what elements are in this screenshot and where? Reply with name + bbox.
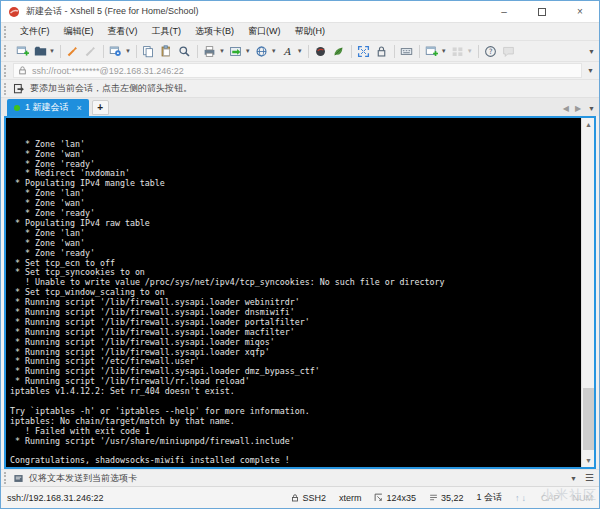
encoding-dropdown-icon[interactable]: ▼ bbox=[271, 48, 277, 54]
connect-icon[interactable] bbox=[65, 44, 81, 59]
address-dropdown-icon[interactable]: ▼ bbox=[582, 67, 599, 74]
status-terminal-type[interactable]: xterm bbox=[339, 493, 362, 503]
sendbar-grip[interactable] bbox=[4, 472, 8, 484]
terminal-screen[interactable]: * Zone 'lan' * Zone 'wan' * Zone 'ready'… bbox=[6, 118, 581, 467]
window-title: 新建会话 - Xshell 5 (Free for Home/School) bbox=[26, 5, 199, 18]
menu-bar: 文件(F) 编辑(E) 查看(V) 工具(T) 选项卡(B) 窗口(W) 帮助(… bbox=[1, 22, 599, 40]
paste-icon[interactable] bbox=[159, 44, 175, 59]
file-transfer-icon[interactable] bbox=[228, 44, 244, 59]
close-button[interactable]: × bbox=[561, 1, 599, 22]
terminal-line: * Zone 'lan' bbox=[10, 229, 581, 239]
terminal-line: * Populating IPv4 mangle table bbox=[10, 179, 581, 189]
cursor-position-label: 35,22 bbox=[441, 493, 464, 503]
hintbar-grip[interactable] bbox=[4, 83, 8, 95]
xshell-logo-icon bbox=[8, 6, 20, 18]
scroll-up-icon[interactable]: ▲ bbox=[582, 118, 595, 131]
menu-view[interactable]: 查看(V) bbox=[101, 25, 145, 38]
feedback-icon bbox=[501, 44, 517, 59]
tab-list-dropdown-icon[interactable]: ▼ bbox=[588, 105, 595, 112]
size-label: 124x35 bbox=[386, 493, 416, 503]
xshell-window: 新建会话 - Xshell 5 (Free for Home/School) –… bbox=[0, 0, 600, 509]
print-dropdown-icon[interactable]: ▼ bbox=[219, 48, 225, 54]
terminal-line: * Populating IPv4 raw table bbox=[10, 219, 581, 229]
lock-screen-icon[interactable] bbox=[374, 44, 390, 59]
tab-scroll-right-icon[interactable]: ▶ bbox=[575, 104, 581, 113]
address-bar: ssh://root:********@192.168.31.246:22 ▼ bbox=[1, 61, 599, 79]
terminal-line: * Zone 'wan' bbox=[10, 199, 581, 209]
menubar-grip[interactable] bbox=[4, 26, 8, 38]
font-icon[interactable]: A bbox=[280, 44, 296, 59]
scroll-down-icon[interactable]: ▼ bbox=[582, 454, 595, 467]
quick-send-bar: 仅将文本发送到当前选项卡 ▼ ☰ bbox=[1, 469, 599, 486]
copy-icon[interactable] bbox=[141, 44, 157, 59]
session-properties-dropdown-icon[interactable]: ▼ bbox=[125, 48, 131, 54]
print-icon[interactable] bbox=[202, 44, 218, 59]
status-size: 124x35 bbox=[374, 493, 416, 503]
status-cursor-position: 35,22 bbox=[429, 493, 464, 503]
encoding-icon[interactable] bbox=[254, 44, 270, 59]
svg-text:?: ? bbox=[489, 47, 493, 56]
address-url: ssh://root:********@192.168.31.246:22 bbox=[32, 66, 184, 76]
open-session-dropdown-icon[interactable]: ▼ bbox=[49, 48, 55, 54]
minimize-button[interactable]: – bbox=[485, 1, 523, 22]
new-session-icon[interactable] bbox=[14, 44, 30, 59]
status-bar: ssh://192.168.31.246:22 SSH2 xterm 124x3… bbox=[1, 486, 599, 508]
new-tab-button[interactable]: + bbox=[92, 100, 109, 115]
tile-layout-dropdown-icon: ▼ bbox=[467, 48, 473, 54]
terminal-panel: * Zone 'lan' * Zone 'wan' * Zone 'ready'… bbox=[4, 116, 596, 469]
addressbar-grip[interactable] bbox=[4, 65, 8, 77]
toolbar-separator bbox=[60, 45, 61, 58]
add-session-arrow-icon bbox=[13, 83, 25, 95]
file-transfer-dropdown-icon[interactable]: ▼ bbox=[245, 48, 251, 54]
tile-layout-icon bbox=[450, 44, 466, 59]
open-session-icon[interactable] bbox=[32, 44, 48, 59]
toolbar-separator bbox=[197, 45, 198, 58]
virtual-keyboard-icon[interactable] bbox=[399, 44, 415, 59]
terminal-line: * Zone 'lan' bbox=[10, 189, 581, 199]
sendbar-controls: ▼ ☰ bbox=[570, 474, 594, 482]
maximize-button[interactable] bbox=[523, 1, 561, 22]
size-icon bbox=[374, 493, 383, 502]
menu-window[interactable]: 窗口(W) bbox=[241, 25, 288, 38]
session-up-down-icons[interactable]: ↑↓ bbox=[515, 493, 528, 503]
status-right-cluster: SSH2 xterm 124x35 35,22 1 会话 ↑↓ CAP NUM bbox=[291, 491, 593, 504]
window-controls: – × bbox=[485, 1, 599, 22]
num-lock-indicator: NUM bbox=[573, 493, 594, 503]
scrollbar-thumb[interactable] bbox=[583, 388, 594, 449]
session-tab[interactable]: 1 新建会话 × bbox=[7, 99, 89, 116]
protocol-lock-icon bbox=[291, 493, 299, 503]
menu-tools[interactable]: 工具(T) bbox=[145, 25, 189, 38]
toolbar-overflow-icon[interactable]: ▼ bbox=[588, 48, 595, 55]
tab-scroll-left-icon[interactable]: ◀ bbox=[563, 104, 569, 113]
toolbar-grip[interactable] bbox=[4, 45, 8, 57]
tab-bar: 1 新建会话 × + ◀ ▶ ▼ bbox=[1, 97, 599, 116]
menu-tab[interactable]: 选项卡(B) bbox=[188, 25, 241, 38]
terminal-scrollbar[interactable]: ▲ ▼ bbox=[581, 118, 594, 467]
status-protocol: SSH2 bbox=[291, 493, 326, 503]
menu-help[interactable]: 帮助(H) bbox=[288, 25, 333, 38]
help-icon[interactable]: ? bbox=[483, 44, 499, 59]
new-window-icon[interactable] bbox=[424, 44, 440, 59]
session-properties-icon[interactable] bbox=[108, 44, 124, 59]
send-mode-dropdown-icon[interactable]: ▼ bbox=[570, 475, 577, 482]
toolbar: ▼ ▼ ▼ ▼ ▼ A ▼ ▼ ▼ ? ▼ bbox=[1, 40, 599, 61]
menu-edit[interactable]: 编辑(E) bbox=[57, 25, 101, 38]
find-icon[interactable] bbox=[177, 44, 193, 59]
compose-ball-icon[interactable] bbox=[313, 44, 329, 59]
status-session-count[interactable]: 1 会话 bbox=[476, 491, 502, 504]
new-window-dropdown-icon[interactable]: ▼ bbox=[441, 48, 447, 54]
terminal-line: * Zone 'wan' bbox=[10, 150, 581, 160]
font-dropdown-icon[interactable]: ▼ bbox=[297, 48, 303, 54]
tab-scroll-controls: ◀ ▶ ▼ bbox=[560, 104, 595, 113]
terminal-line: * Running script '/usr/share/miniupnpd/f… bbox=[10, 437, 581, 447]
fullscreen-icon[interactable] bbox=[356, 44, 372, 59]
sendbar-menu-icon[interactable]: ☰ bbox=[585, 474, 594, 482]
terminal-output: * Zone 'lan' * Zone 'wan' * Zone 'ready'… bbox=[10, 140, 581, 467]
send-mode-icon bbox=[13, 473, 24, 484]
hint-text: 要添加当前会话，点击左侧的箭头按钮。 bbox=[30, 82, 192, 95]
zmodem-leaf-icon[interactable] bbox=[331, 44, 347, 59]
maximize-icon bbox=[538, 8, 546, 16]
address-field[interactable]: ssh://root:********@192.168.31.246:22 bbox=[13, 63, 582, 78]
menu-file[interactable]: 文件(F) bbox=[13, 25, 57, 38]
tab-close-icon[interactable]: × bbox=[77, 103, 82, 113]
